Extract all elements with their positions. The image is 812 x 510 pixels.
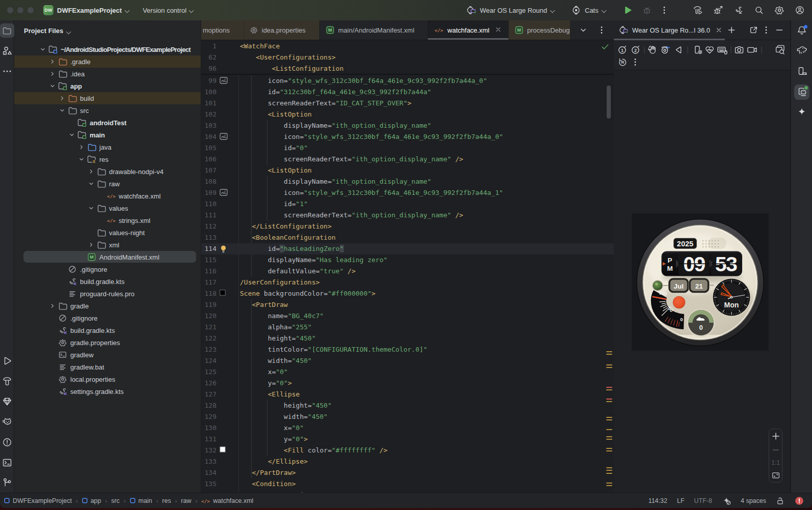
- tree-item-xml[interactable]: xml: [14, 239, 201, 251]
- tree-item-values[interactable]: values: [14, 202, 201, 214]
- breadcrumb-item[interactable]: </> watchface.xml: [201, 497, 253, 504]
- analog-subdial[interactable]: Mon: [712, 278, 751, 317]
- zoom-reset-button[interactable]: 1:1: [771, 459, 780, 466]
- error-stripe-mark[interactable]: [606, 448, 612, 452]
- chevron-down-icon[interactable]: [49, 83, 56, 89]
- error-stripe-mark[interactable]: [606, 429, 612, 432]
- error-stripe-mark[interactable]: [606, 473, 612, 475]
- sticky-line-62[interactable]: 62 <UserConfigurations>: [201, 52, 614, 63]
- editor-tab-idea.properties[interactable]: idea.properties: [243, 20, 319, 40]
- tree-item-src[interactable]: src: [14, 104, 201, 117]
- tree-item-settings.gradle.kts[interactable]: settings.gradle.kts: [14, 385, 201, 398]
- tree-item-local.properties[interactable]: local.properties: [14, 373, 201, 385]
- hide-panel-icon[interactable]: [775, 25, 784, 35]
- file-encoding[interactable]: UTF-8: [694, 497, 712, 504]
- minimize-window-button[interactable]: [17, 7, 23, 13]
- toolwindow-more-tool-windows-button[interactable]: [0, 64, 14, 78]
- toolwindow-build-button[interactable]: [0, 374, 14, 388]
- tree-item-watchface.xml[interactable]: </> watchface.xml: [14, 190, 201, 202]
- tree-item-values-night[interactable]: values-night: [14, 226, 201, 239]
- chevron-right-icon[interactable]: [88, 168, 94, 175]
- tree-item-res[interactable]: res: [14, 153, 201, 165]
- breadcrumb-item[interactable]: DWFExampleProject: [4, 497, 72, 504]
- error-stripe-mark[interactable]: [606, 436, 612, 441]
- toolwindow-problems-button[interactable]: [0, 435, 14, 449]
- tree-item-build[interactable]: build: [14, 92, 201, 104]
- toolwindow-run-button[interactable]: [0, 354, 14, 368]
- chevron-right-icon[interactable]: [59, 95, 65, 101]
- tree-item-AndroidManifest.xml[interactable]: M AndroidManifest.xml: [14, 251, 201, 263]
- device-settings-button[interactable]: [692, 44, 703, 55]
- open-in-window-icon[interactable]: [749, 25, 758, 35]
- tree-item-drawable-nodpi-v4[interactable]: drawable-nodpi-v4: [14, 165, 201, 178]
- error-stripe-mark[interactable]: [606, 483, 612, 487]
- toolwindow-version-control-button[interactable]: [0, 475, 14, 490]
- health-services-button[interactable]: [704, 44, 715, 55]
- tree-item-.gitignore[interactable]: .gitignore: [14, 312, 201, 324]
- gradle-sync-icon[interactable]: [734, 5, 744, 15]
- close-tab-icon[interactable]: [495, 26, 502, 35]
- error-indicator[interactable]: [795, 496, 804, 505]
- sticky-line-96[interactable]: 96 <ListConfiguration: [201, 63, 614, 74]
- settings-gear-icon[interactable]: [774, 5, 784, 15]
- run-button[interactable]: [622, 5, 633, 15]
- tree-item-raw[interactable]: raw: [14, 178, 201, 190]
- editor-tab-watchface.xml[interactable]: </>watchface.xml: [428, 20, 508, 40]
- tree-item-gradle.properties[interactable]: gradle.properties: [14, 336, 201, 349]
- chevron-right-icon[interactable]: [88, 242, 94, 248]
- chevron-right-icon[interactable]: [49, 303, 56, 309]
- editor-tab-processDebug[interactable]: MprocessDebug: [508, 20, 570, 40]
- error-stripe-mark[interactable]: [606, 387, 612, 391]
- chevron-right-icon[interactable]: [49, 59, 56, 65]
- tree-item-gradle[interactable]: gradle: [14, 300, 201, 312]
- zoom-to-fit-button[interactable]: [771, 471, 780, 480]
- toolwindow-logcat-button[interactable]: [0, 415, 14, 429]
- day-complication[interactable]: 21: [689, 278, 709, 293]
- add-device-icon[interactable]: [727, 25, 736, 35]
- error-stripe-mark[interactable]: [606, 467, 612, 472]
- tree-item-java[interactable]: java: [14, 141, 201, 153]
- month-complication[interactable]: Jul: [668, 278, 689, 293]
- project-view-title[interactable]: Project Files: [24, 27, 63, 35]
- display-1-button[interactable]: 1: [617, 44, 628, 55]
- toolwindow-terminal-button[interactable]: [0, 456, 14, 470]
- chevron-down-icon[interactable]: [88, 181, 94, 187]
- indent-style[interactable]: 4 spaces: [741, 497, 766, 504]
- more-actions-button[interactable]: [659, 5, 669, 15]
- flip-clock[interactable]: P M 09 53: [661, 251, 743, 282]
- pan-button[interactable]: [647, 44, 658, 55]
- breadcrumb-item[interactable]: main: [130, 497, 152, 504]
- device-tab[interactable]: Wear OS Large Ro...l 36.0: [614, 20, 728, 40]
- error-stripe-mark[interactable]: [606, 417, 612, 421]
- steps-complication[interactable]: 0: [687, 309, 715, 337]
- tree-item-build.gradle.kts[interactable]: build.gradle.kts: [14, 324, 201, 336]
- toolwindow-layout-inspector-button[interactable]: [795, 65, 809, 79]
- chevron-down-icon[interactable]: [69, 132, 75, 138]
- device-display[interactable]: 2025 P M 09 53 Jul: [632, 213, 769, 351]
- tree-item-build.gradle.kts[interactable]: build.gradle.kts: [14, 275, 201, 288]
- chevron-down-icon[interactable]: [40, 46, 46, 52]
- breadcrumb-item[interactable]: app: [82, 497, 101, 504]
- tree-item-main[interactable]: main: [14, 129, 201, 141]
- traffic-lights[interactable]: [0, 7, 41, 13]
- editor-tab-moptions[interactable]: moptions: [201, 20, 243, 40]
- maximize-window-button[interactable]: [28, 7, 34, 13]
- toolwindow-gemini-button[interactable]: [795, 105, 809, 119]
- restart-button[interactable]: R: [617, 56, 628, 68]
- file-writable-icon[interactable]: [776, 496, 785, 505]
- zoom-in-button[interactable]: [771, 432, 780, 441]
- screenshot-button[interactable]: [734, 44, 745, 55]
- build-hammer-icon[interactable]: [693, 5, 703, 15]
- more-options-button[interactable]: [630, 56, 641, 68]
- gemini-status-icon[interactable]: [722, 496, 731, 505]
- kebab-menu-icon[interactable]: [761, 25, 771, 35]
- breadcrumb-item[interactable]: src: [111, 497, 120, 504]
- tree-item-app[interactable]: app: [14, 80, 201, 92]
- device-selector[interactable]: Wear OS Large Round: [461, 3, 560, 18]
- editor-tab-mainAndroidManifest.xml[interactable]: Mmain/AndroidManifest.xml: [319, 20, 428, 40]
- sticky-line-1[interactable]: 1 <WatchFace: [201, 41, 614, 52]
- code-editor[interactable]: 99 icon="style_wfs_312c30bf_f64a_461e_9c…: [201, 40, 614, 493]
- tree-item-proguard-rules.pro[interactable]: proguard-rules.pro: [14, 288, 201, 300]
- layout-inspector-snapshot-button[interactable]: [775, 44, 786, 55]
- toolwindow-app-quality-insights-button[interactable]: [0, 394, 14, 409]
